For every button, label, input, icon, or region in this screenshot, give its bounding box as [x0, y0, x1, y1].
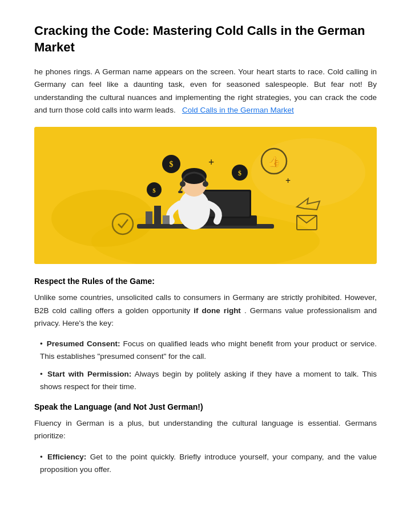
svg-rect-16: [146, 211, 152, 224]
section1-body: Unlike some countries, unsolicited calls…: [34, 291, 377, 330]
svg-text:$: $: [238, 169, 241, 177]
section-language: Speak the Language (and Not Just German!…: [34, 402, 377, 476]
svg-text:$: $: [152, 187, 156, 194]
svg-text:+: +: [208, 157, 214, 168]
svg-text:👍: 👍: [268, 155, 281, 168]
section2-heading: Speak the Language (and Not Just German!…: [34, 402, 377, 411]
svg-text:$: $: [170, 160, 174, 169]
bullet-start-permission: Start with Permission: Always begin by p…: [34, 368, 377, 394]
section1-heading: Respect the Rules of the Game:: [34, 277, 377, 286]
article-title: Cracking the Code: Mastering Cold Calls …: [34, 23, 377, 55]
bullet-presumed-consent: Presumed Consent: Focus on qualified lea…: [34, 338, 377, 363]
section2-body: Fluency in German is a plus, but underst…: [34, 417, 377, 443]
svg-point-13: [203, 181, 208, 187]
svg-text:+: +: [285, 176, 291, 186]
bullet-efficiency: Efficiency: Get to the point quickly. Br…: [34, 451, 377, 477]
hero-image: $ $ $ + + 👍: [34, 127, 377, 264]
article-link[interactable]: Cold Calls in the German Market: [182, 106, 294, 114]
intro-paragraph: he phones rings. A German name appears o…: [34, 66, 377, 117]
section-rules: Respect the Rules of the Game: Unlike so…: [34, 277, 377, 393]
svg-rect-15: [178, 191, 183, 193]
article-page: Cracking the Code: Mastering Cold Calls …: [0, 0, 411, 532]
svg-rect-17: [154, 206, 161, 224]
svg-rect-18: [163, 215, 170, 224]
